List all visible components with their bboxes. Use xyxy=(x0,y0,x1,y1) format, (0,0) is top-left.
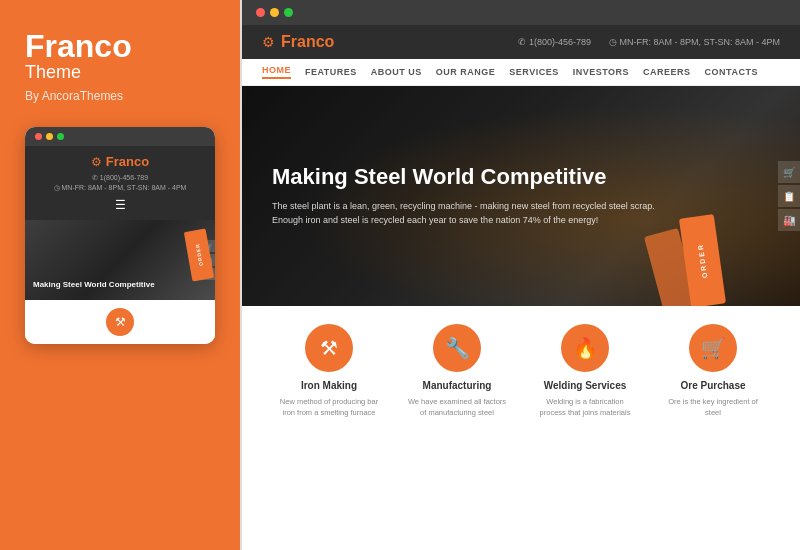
service-icon-manufacturing: 🔧 xyxy=(433,324,481,372)
site-gear-icon: ⚙ xyxy=(262,34,275,50)
service-desc-iron: New method of producing bar iron from a … xyxy=(279,396,379,419)
service-icon-ore: 🛒 xyxy=(689,324,737,372)
mobile-top-bar xyxy=(25,127,215,146)
hero-icon-factory[interactable]: 🏭 xyxy=(778,209,800,231)
hero-desc-2: Enough iron and steel is recycled each y… xyxy=(272,213,655,227)
mobile-services: ⚒ xyxy=(25,300,215,344)
service-manufacturing: 🔧 Manufacturing We have examined all fac… xyxy=(407,324,507,419)
hero-card-text: ORDER xyxy=(697,243,709,279)
site-phone: ✆ 1(800)-456-789 xyxy=(518,37,591,47)
service-desc-manufacturing: We have examined all factors of manufact… xyxy=(407,396,507,419)
desktop-dot-red xyxy=(256,8,265,17)
mobile-card-text: ORDER xyxy=(194,243,204,267)
site-nav: HOME FEATURES ABOUT US OUR RANGE SERVICE… xyxy=(242,59,800,86)
hero-icon-list[interactable]: 📋 xyxy=(778,185,800,207)
hero-content: Making Steel World Competitive The steel… xyxy=(242,164,685,227)
nav-about-us[interactable]: ABOUT US xyxy=(371,67,422,77)
nav-our-range[interactable]: OUR RANGE xyxy=(436,67,496,77)
mobile-phone: ✆ 1(800)-456-789 xyxy=(92,174,148,182)
brand-subtitle: Theme xyxy=(25,62,215,83)
site-logo: ⚙ Franco xyxy=(262,33,334,51)
service-ore-purchase: 🛒 Ore Purchase Ore is the key ingredient… xyxy=(663,324,763,419)
service-desc-ore: Ore is the key ingredient of steel xyxy=(663,396,763,419)
service-name-iron: Iron Making xyxy=(301,380,357,391)
desktop-top-bar xyxy=(242,0,800,25)
nav-investors[interactable]: INVESTORS xyxy=(573,67,629,77)
site-hero: Making Steel World Competitive The steel… xyxy=(242,86,800,306)
service-name-ore: Ore Purchase xyxy=(680,380,745,391)
site-header: ⚙ Franco ✆ 1(800)-456-789 ◷ MN-FR: 8AM -… xyxy=(242,25,800,59)
nav-contacts[interactable]: CONTACTS xyxy=(705,67,758,77)
desktop-dot-green xyxy=(284,8,293,17)
service-icon-welding: 🔥 xyxy=(561,324,609,372)
mobile-gear-icon: ⚙ xyxy=(91,155,102,169)
mobile-hero-text: Making Steel World Competitive xyxy=(33,280,155,290)
services-grid: ⚒ Iron Making New method of producing ba… xyxy=(262,324,780,419)
brand-title: Franco xyxy=(25,30,215,62)
service-icon-iron: ⚒ xyxy=(305,324,353,372)
nav-services[interactable]: SERVICES xyxy=(509,67,558,77)
left-panel: Franco Theme By AncoraThemes ⚙ Franco ✆ … xyxy=(0,0,240,550)
services-section: ⚒ Iron Making New method of producing ba… xyxy=(242,306,800,550)
mobile-menu-icon[interactable]: ☰ xyxy=(35,198,205,212)
dot-green xyxy=(57,133,64,140)
service-name-welding: Welding Services xyxy=(544,380,627,391)
nav-features[interactable]: FEATURES xyxy=(305,67,357,77)
hero-title: Making Steel World Competitive xyxy=(272,164,655,190)
dot-red xyxy=(35,133,42,140)
hero-desc-1: The steel plant is a lean, green, recycl… xyxy=(272,199,655,213)
hero-icon-cart[interactable]: 🛒 xyxy=(778,161,800,183)
service-desc-welding: Welding is a fabrication process that jo… xyxy=(535,396,635,419)
mobile-header-dark: ⚙ Franco ✆ 1(800)-456-789 ◷ MN-FR: 8AM -… xyxy=(25,146,215,220)
service-iron-making: ⚒ Iron Making New method of producing ba… xyxy=(279,324,379,419)
nav-careers[interactable]: CAREERS xyxy=(643,67,691,77)
site-header-right: ✆ 1(800)-456-789 ◷ MN-FR: 8AM - 8PM, ST-… xyxy=(518,37,780,47)
mobile-logo: ⚙ Franco xyxy=(91,154,149,169)
mobile-mockup: ⚙ Franco ✆ 1(800)-456-789 ◷ MN-FR: 8AM -… xyxy=(25,127,215,344)
dot-yellow xyxy=(46,133,53,140)
mobile-service-icon: ⚒ xyxy=(106,308,134,336)
service-name-manufacturing: Manufacturing xyxy=(423,380,492,391)
hero-right-icons: 🛒 📋 🏭 xyxy=(778,86,800,306)
desktop-dot-yellow xyxy=(270,8,279,17)
site-logo-text: Franco xyxy=(281,33,334,51)
desktop-mockup: ⚙ Franco ✆ 1(800)-456-789 ◷ MN-FR: 8AM -… xyxy=(240,0,800,550)
nav-home[interactable]: HOME xyxy=(262,65,291,79)
mobile-hours: ◷ MN-FR: 8AM - 8PM, ST-SN: 8AM - 4PM xyxy=(54,184,187,192)
mobile-logo-text: Franco xyxy=(106,154,149,169)
service-welding: 🔥 Welding Services Welding is a fabricat… xyxy=(535,324,635,419)
mobile-hero: Making Steel World Competitive ORDER 🛒 📋… xyxy=(25,220,215,300)
site-hours: ◷ MN-FR: 8AM - 8PM, ST-SN: 8AM - 4PM xyxy=(609,37,780,47)
brand-by: By AncoraThemes xyxy=(25,89,215,103)
